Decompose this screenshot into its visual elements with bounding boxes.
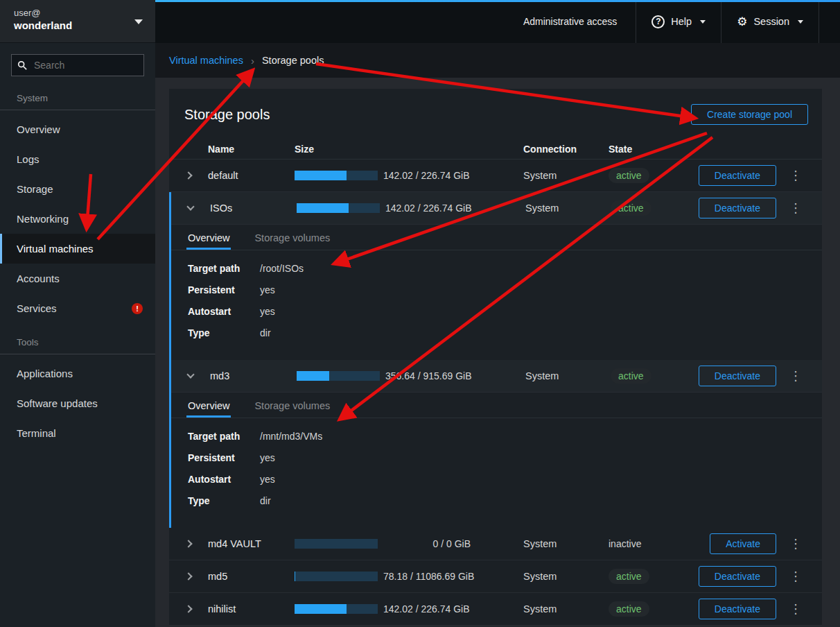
chevron-down-icon: [700, 20, 706, 24]
sidebar-item-terminal[interactable]: Terminal: [0, 418, 155, 448]
type-value: dir: [260, 495, 271, 506]
user-menu[interactable]: user@ wonderland: [0, 0, 155, 43]
gear-icon: ⚙: [737, 16, 747, 28]
tab-storage-volumes[interactable]: Storage volumes: [253, 232, 331, 250]
masthead: Administrative access ? Help ⚙ Session: [155, 0, 840, 43]
pool-name[interactable]: nihilist: [208, 603, 295, 615]
chevron-down-icon: [134, 19, 143, 24]
column-header-state: State: [609, 144, 695, 155]
column-header-size: Size: [295, 144, 523, 155]
detail-label: Type: [188, 495, 260, 506]
breadcrumb-link-virtual-machines[interactable]: Virtual machines: [169, 55, 243, 66]
connection-value: System: [523, 603, 609, 615]
expand-chevron-icon[interactable]: [184, 605, 192, 612]
tab-storage-volumes[interactable]: Storage volumes: [253, 400, 331, 418]
usage-bar: [295, 604, 378, 614]
sidebar-item-overview[interactable]: Overview: [0, 114, 155, 144]
column-header-connection: Connection: [523, 144, 609, 155]
main-region: Virtual machines › Storage pools Storage…: [155, 43, 840, 627]
sidebar: user@ wonderland System Overview Logs St…: [0, 0, 155, 627]
session-menu[interactable]: ⚙ Session: [721, 0, 819, 43]
create-storage-pool-button[interactable]: Create storage pool: [691, 104, 808, 125]
kebab-menu-icon[interactable]: ⋮: [787, 169, 804, 182]
sidebar-item-accounts[interactable]: Accounts: [0, 264, 155, 293]
autostart-value: yes: [260, 306, 275, 317]
nav-group-tools: Tools: [0, 323, 155, 354]
kebab-menu-icon[interactable]: ⋮: [787, 603, 804, 615]
connection-value: System: [523, 571, 609, 582]
detail-label: Persistent: [188, 452, 260, 463]
pool-row-md5: md5 78.18 / 11086.69 GiB System active D…: [169, 560, 822, 593]
administrative-access-button[interactable]: Administrative access: [504, 0, 636, 43]
pool-expanded-md3: md3 356.64 / 915.69 GiB System active De…: [169, 360, 822, 528]
kebab-menu-icon[interactable]: ⋮: [787, 538, 804, 550]
sidebar-item-networking[interactable]: Networking: [0, 204, 155, 234]
expand-chevron-icon[interactable]: [184, 540, 192, 547]
pool-row-isos: ISOs 142.02 / 226.74 GiB System active D…: [171, 192, 822, 225]
persistent-value: yes: [260, 284, 275, 295]
connection-value: System: [523, 538, 609, 549]
state-badge: active: [611, 368, 651, 384]
session-label: Session: [753, 16, 789, 27]
size-text: 142.02 / 226.74 GiB: [383, 603, 494, 615]
help-menu[interactable]: ? Help: [636, 0, 721, 43]
pool-name[interactable]: default: [208, 170, 295, 181]
table-header-row: Name Size Connection State: [169, 139, 822, 160]
username: user@: [14, 8, 141, 18]
search-input[interactable]: [11, 54, 144, 76]
collapse-chevron-icon[interactable]: [186, 370, 194, 378]
deactivate-button[interactable]: Deactivate: [699, 165, 776, 186]
usage-bar: [297, 203, 380, 213]
kebab-menu-icon[interactable]: ⋮: [787, 202, 804, 214]
connection-value: System: [525, 203, 611, 214]
pool-row-nihilist: nihilist 142.02 / 226.74 GiB System acti…: [169, 593, 822, 626]
deactivate-button[interactable]: Deactivate: [699, 366, 776, 386]
sidebar-item-applications[interactable]: Applications: [0, 359, 155, 388]
expand-chevron-icon[interactable]: [184, 572, 192, 580]
detail-label: Target path: [188, 431, 260, 442]
detail-label: Type: [188, 327, 260, 338]
deactivate-button[interactable]: Deactivate: [699, 566, 776, 587]
size-text: 142.02 / 226.74 GiB: [383, 170, 494, 181]
collapse-chevron-icon[interactable]: [186, 203, 194, 210]
kebab-menu-icon[interactable]: ⋮: [787, 570, 804, 583]
pool-details: Target path/mnt/md3/VMs Persistentyes Au…: [171, 418, 822, 528]
sidebar-item-logs[interactable]: Logs: [0, 144, 155, 174]
breadcrumb: Virtual machines › Storage pools: [155, 43, 840, 78]
deactivate-button[interactable]: Deactivate: [699, 198, 776, 218]
pool-name[interactable]: ISOs: [210, 203, 297, 214]
detail-label: Target path: [188, 263, 260, 274]
kebab-menu-icon[interactable]: ⋮: [787, 370, 804, 382]
tab-overview[interactable]: Overview: [186, 400, 231, 418]
deactivate-button[interactable]: Deactivate: [699, 599, 776, 619]
size-text: 356.64 / 915.69 GiB: [385, 370, 496, 381]
expand-chevron-icon[interactable]: [184, 171, 192, 179]
persistent-value: yes: [260, 452, 275, 463]
autostart-value: yes: [260, 474, 275, 485]
state-badge: active: [609, 569, 649, 584]
usage-bar: [295, 171, 378, 180]
sidebar-item-software-updates[interactable]: Software updates: [0, 388, 155, 418]
tab-overview[interactable]: Overview: [186, 232, 231, 250]
help-label: Help: [671, 16, 692, 27]
sidebar-item-storage[interactable]: Storage: [0, 174, 155, 204]
breadcrumb-current: Storage pools: [262, 55, 324, 66]
activate-button[interactable]: Activate: [710, 533, 776, 554]
detail-label: Autostart: [188, 306, 260, 317]
pool-name[interactable]: md5: [208, 571, 295, 582]
pool-name[interactable]: md4 VAULT: [208, 538, 295, 549]
alert-badge-icon: !: [132, 303, 143, 314]
sidebar-item-services[interactable]: Services !: [0, 293, 155, 323]
size-text: 0 / 0 GiB: [383, 538, 473, 549]
pool-detail-tabs: Overview Storage volumes: [171, 225, 822, 250]
pool-expanded-isos: ISOs 142.02 / 226.74 GiB System active D…: [169, 192, 822, 360]
target-path-value: /root/ISOs: [260, 263, 304, 274]
pool-name[interactable]: md3: [210, 370, 297, 381]
chevron-down-icon: [798, 20, 803, 24]
sidebar-item-virtual-machines[interactable]: Virtual machines: [0, 234, 155, 264]
size-text: 142.02 / 226.74 GiB: [385, 203, 496, 214]
sidebar-item-label: Services: [17, 302, 57, 314]
nav-group-system: System: [0, 79, 155, 110]
connection-value: System: [523, 170, 609, 181]
state-badge: inactive: [609, 538, 641, 549]
